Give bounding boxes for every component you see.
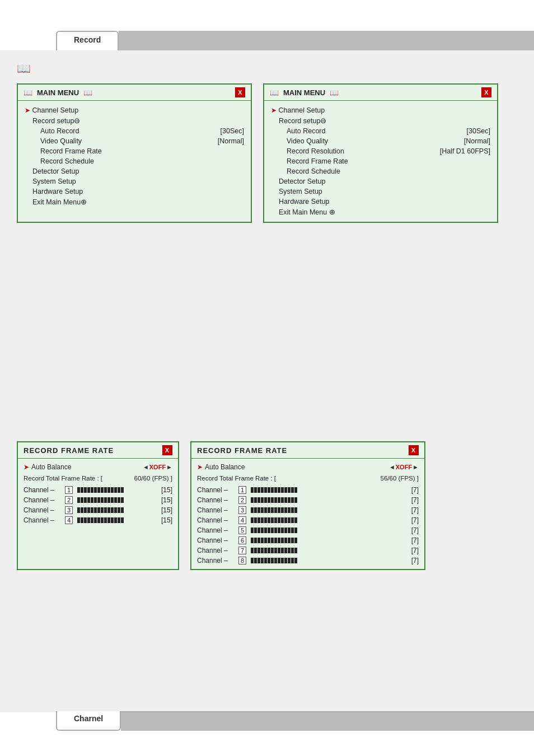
frame-body-left: ➤ Auto Balance ◄ XOFF ► Record Total Fra… [18,459,178,529]
menu-item-hardware-setup-left[interactable]: Hardware Setup [25,186,244,197]
total-frame-value-left: 60/60 (FPS) ] [134,475,172,482]
bar-track-3-left [77,507,124,513]
menu-item-record-frame-rate-right[interactable]: Record Frame Rate [271,156,490,166]
book-icon-area: 📖 [17,62,517,75]
menu-item-system-setup-right[interactable]: System Setup [271,186,490,197]
channel-row-4-left: Channel – 4 [15] [24,515,172,525]
channel-label-1-left: Channel – [24,486,63,494]
channel-row-2-right: Channel – 2 [7] [197,495,419,505]
book-icon: 📖 [17,62,31,74]
channel-row-2-left: Channel – 2 [15] [24,495,172,505]
channel-label-3-left: Channel – [24,506,63,514]
menus-row: 📖 MAIN MENU 📖 X ➤ Channel Setup Record s… [17,83,517,223]
channel-row-4-right: Channel – 4 [7] [197,515,419,525]
menu-item-channel-setup-left[interactable]: ➤ Channel Setup [25,105,244,115]
frame-title-bar-right: RECORD FRAME RATE X [191,442,424,459]
channel-value-1-left: [15] [156,486,172,494]
menu-item-video-quality-right[interactable]: Video Quality [Normal] [271,136,490,146]
channel-row-6-right: Channel – 6 [7] [197,535,419,545]
footer-tab: Charnel [56,711,121,731]
frame-body-right: ➤ Auto Balance ◄ XOFF ► Record Total Fra… [191,459,424,569]
total-frame-value-right: 56/60 (FPS) ] [381,475,419,482]
menu-item-system-setup-left[interactable]: System Setup [25,176,244,186]
menu-item-channel-setup-right[interactable]: ➤ Channel Setup [271,105,490,115]
menu-item-exit-right[interactable]: Exit Main Menu ⊕ [271,207,490,217]
channel-label-2-left: Channel – [24,496,63,504]
xoff-control-right[interactable]: ◄ XOFF ► [389,464,419,470]
menu-item-exit-left[interactable]: Exit Main Menu⊕ [25,197,244,207]
menu-item-detector-setup-right[interactable]: Detector Setup [271,176,490,186]
channel-row-1-left: Channel – 1 [15] [24,485,172,495]
total-frame-row-left: Record Total Frame Rate : [ 60/60 (FPS) … [24,474,172,483]
auto-balance-left: ➤ Auto Balance ◄ XOFF ► [24,462,172,472]
menu-item-record-schedule-right[interactable]: Record Schedule [271,166,490,176]
menu-item-record-setup-left[interactable]: Record setup⊖ [25,115,244,126]
auto-balance-label-left: Auto Balance [31,463,71,471]
frame-close-button-left[interactable]: X [162,445,172,455]
menu-item-record-frame-rate-left[interactable]: Record Frame Rate [25,146,244,156]
xoff-arrow-left-right: ◄ [389,464,395,470]
bar-track-2-left [77,497,124,503]
bar-track-4-left [77,517,124,523]
menu-box-left: 📖 MAIN MENU 📖 X ➤ Channel Setup Record s… [17,83,252,223]
xoff-text-right: XOFF [396,464,412,470]
total-frame-row-right: Record Total Frame Rate : [ 56/60 (FPS) … [197,474,419,483]
header-tab-label: Record [74,35,101,44]
menu-body-right: ➤ Channel Setup Record setup⊖ Auto Recor… [264,101,497,222]
channel-row-3-left: Channel – 3 [15] [24,505,172,515]
channel-row-7-right: Channel – 7 [7] [197,545,419,556]
header-bar: Record [0,31,534,52]
channel-value-4-left: [15] [156,516,172,524]
menu-title-bar-right: 📖 MAIN MENU 📖 X [264,85,497,101]
description-area [17,240,517,424]
menu-item-auto-record-right[interactable]: Auto Record [30Sec] [271,126,490,136]
menu-item-detector-setup-left[interactable]: Detector Setup [25,166,244,176]
total-frame-label-right: Record Total Frame Rate : [ [197,475,276,482]
channel-label-4-left: Channel – [24,516,63,524]
menu-item-video-quality-left[interactable]: Video Quality [Normal] [25,136,244,146]
book-icon-left: 📖 [24,88,32,97]
bar-track-1-left [77,487,124,493]
footer-tab-label: Charnel [74,714,103,723]
book-icon-left2: 📖 [83,88,92,97]
arrow-indicator-auto-left: ➤ [24,463,29,471]
menu-title-content-left: 📖 MAIN MENU 📖 [24,88,92,97]
channel-box-4-left: 4 [65,516,73,524]
frame-title-label-left: RECORD FRAME RATE [24,446,114,455]
channel-value-3-left: [15] [156,506,172,514]
channel-row-3-right: Channel – 3 [7] [197,505,419,515]
channel-row-1-right: Channel – 1 [7] [197,485,419,495]
menu-item-auto-record-left[interactable]: Auto Record [30Sec] [25,126,244,136]
arrow-indicator-left: ➤ [25,106,30,114]
frame-rate-row: RECORD FRAME RATE X ➤ Auto Balance ◄ XOF… [17,441,517,570]
menu-item-record-resolution-right[interactable]: Record Resolution [Half D1 60FPS] [271,146,490,156]
xoff-control-left[interactable]: ◄ XOFF ► [143,464,172,470]
menu-title-content-right: 📖 MAIN MENU 📖 [270,88,339,97]
footer-right-bar [121,711,534,731]
auto-balance-label-right: Auto Balance [205,463,245,471]
menu-title-left: MAIN MENU [37,88,79,97]
book-icon-right2: 📖 [330,88,339,97]
footer-bar: Charnel [0,711,534,731]
close-button-right[interactable]: X [481,87,491,97]
total-frame-label-left: Record Total Frame Rate : [ [24,475,102,482]
channel-box-3-left: 3 [65,506,73,514]
xoff-text-left: XOFF [149,464,166,470]
menu-item-hardware-setup-right[interactable]: Hardware Setup [271,197,490,207]
channel-box-1-left: 1 [65,486,73,494]
header-tab: Record [56,31,119,52]
xoff-arrow-left-left: ◄ [143,464,149,470]
menu-item-record-schedule-left[interactable]: Record Schedule [25,156,244,166]
menu-title-bar-left: 📖 MAIN MENU 📖 X [18,85,251,101]
menu-body-left: ➤ Channel Setup Record setup⊖ Auto Recor… [18,101,251,212]
auto-balance-right: ➤ Auto Balance ◄ XOFF ► [197,462,419,472]
channel-row-5-right: Channel – 5 [7] [197,525,419,535]
frame-close-button-right[interactable]: X [409,445,419,455]
close-button-left[interactable]: X [235,87,245,97]
menu-box-right: 📖 MAIN MENU 📖 X ➤ Channel Setup Record s… [263,83,498,223]
menu-item-record-setup-right[interactable]: Record setup⊖ [271,115,490,126]
main-content: 📖 📖 MAIN MENU 📖 X ➤ Channel Setup [0,50,534,712]
xoff-arrow-right-left: ► [166,464,172,470]
channel-row-8-right: Channel – 8 [7] [197,556,419,566]
book-icon-right: 📖 [270,88,279,97]
